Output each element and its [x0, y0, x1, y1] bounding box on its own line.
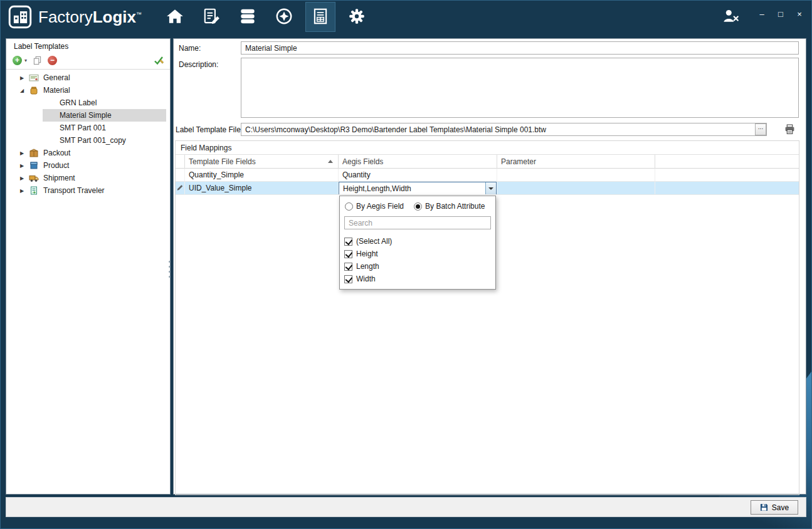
close-button[interactable]: × [795, 10, 804, 18]
brand-title: FactoryLogix™ [38, 8, 142, 27]
factorylogix-logo-icon [8, 5, 32, 29]
name-input[interactable] [241, 41, 799, 55]
tree-item-material-simple[interactable]: Material Simple [43, 109, 166, 122]
product-category-icon [29, 160, 39, 170]
chevron-right-icon[interactable]: ▶ [20, 175, 29, 181]
option-width[interactable]: Width [344, 273, 491, 285]
save-button[interactable]: Save [751, 500, 798, 515]
table-row-uid-value-simple[interactable]: UID_Value_Simple Height,Length,Width [176, 182, 799, 195]
home-nav-button[interactable] [161, 3, 189, 31]
tree-item-label: Packout [43, 149, 70, 157]
parameter-cell[interactable] [497, 182, 655, 194]
print-icon[interactable] [784, 124, 795, 135]
tree-item-label: Shipment [43, 174, 75, 182]
tree-item-product[interactable]: ▶ Product [6, 159, 170, 172]
tree-item-label: GRN Label [60, 98, 97, 107]
tree-item-label: General [43, 73, 70, 82]
window-controls: – □ × [757, 10, 804, 24]
option-select-all[interactable]: (Select All) [344, 235, 491, 248]
radio-checked-icon [414, 202, 422, 211]
maximize-button[interactable]: □ [776, 10, 785, 18]
tree-item-shipment[interactable]: ▶ Shipment [6, 172, 170, 184]
chevron-expanded-icon[interactable]: ◢ [20, 88, 29, 93]
tree-item-transport-traveler[interactable]: ▶ Transport Traveler [6, 184, 170, 197]
checkbox-checked-icon [344, 263, 352, 271]
column-header-template-file-fields[interactable]: Template File Fields [185, 155, 339, 169]
home-icon [166, 7, 184, 28]
checkbox-checked-icon [344, 250, 352, 258]
validate-check-button[interactable] [154, 55, 164, 65]
save-disk-icon [760, 503, 768, 511]
save-label: Save [772, 503, 789, 512]
edit-pencil-icon [176, 184, 184, 193]
aegis-field-cell: Height,Length,Width [339, 182, 497, 194]
delete-template-button[interactable]: − [48, 56, 57, 65]
tree-item-general[interactable]: ▶ General [6, 71, 170, 84]
combobox-value: Height,Length,Width [339, 182, 485, 194]
label-template-file-input[interactable] [241, 123, 767, 136]
template-field-cell[interactable]: UID_Value_Simple [185, 182, 339, 194]
column-header-aegis-fields[interactable]: Aegis Fields [339, 155, 497, 169]
label-templates-nav-button[interactable] [306, 3, 335, 31]
browse-file-button[interactable]: ... [755, 123, 766, 135]
blank-cell [655, 169, 799, 181]
description-input[interactable] [241, 58, 799, 118]
tree-item-label: Material [43, 86, 70, 95]
materials-nav-button[interactable] [233, 3, 262, 31]
material-category-icon [29, 85, 39, 95]
row-selector-cell [176, 169, 185, 181]
stack-icon [238, 7, 257, 28]
sort-ascending-icon [328, 160, 333, 163]
titlebar: FactoryLogix™ [1, 1, 811, 33]
user-logout-icon[interactable] [722, 8, 740, 26]
titlebar-right: – □ × [722, 8, 804, 26]
label-template-file-label: Label Template File: [176, 125, 243, 134]
column-header-blank [655, 155, 799, 169]
search-input[interactable] [344, 216, 491, 229]
compass-icon [275, 7, 293, 28]
copy-template-button[interactable] [33, 56, 42, 65]
splitter-grip-icon [169, 261, 171, 278]
chevron-right-icon[interactable]: ▶ [20, 150, 29, 156]
aegis-fields-dropdown-popup: By Aegis Field By Batch Attribute (Selec… [339, 196, 496, 290]
label-templates-panel: Label Templates + ▾ − ▶ [6, 38, 171, 495]
packout-category-icon [29, 148, 39, 158]
aegis-fields-combobox[interactable]: Height,Length,Width [339, 182, 497, 194]
column-header-parameter[interactable]: Parameter [497, 155, 655, 169]
add-template-button[interactable]: + [13, 56, 22, 65]
tree-item-label: SMT Part 001 [60, 123, 106, 132]
table-row-quantity-simple[interactable]: Quantity_Simple Quantity [176, 169, 799, 182]
option-length[interactable]: Length [344, 260, 491, 273]
tree-item-label: Transport Traveler [43, 186, 105, 195]
name-label: Name: [179, 44, 201, 53]
chevron-right-icon[interactable]: ▶ [20, 163, 29, 169]
tree-item-grn-label[interactable]: GRN Label [43, 97, 166, 109]
tracking-nav-button[interactable] [270, 3, 298, 31]
chevron-right-icon[interactable]: ▶ [20, 75, 29, 81]
label-document-icon [311, 7, 330, 28]
checkbox-checked-icon [344, 275, 352, 283]
minimize-button[interactable]: – [757, 10, 766, 18]
combobox-dropdown-button[interactable] [485, 182, 496, 194]
radio-by-batch-attribute[interactable]: By Batch Attribute [414, 202, 485, 211]
add-dropdown-caret-icon[interactable]: ▾ [24, 58, 27, 63]
radio-unchecked-icon [345, 202, 353, 211]
shipment-truck-icon [29, 173, 39, 183]
option-height[interactable]: Height [344, 248, 491, 260]
radio-by-aegis-field[interactable]: By Aegis Field [345, 202, 404, 211]
template-field-cell[interactable]: Quantity_Simple [185, 169, 339, 181]
attribute-checklist: (Select All) Height Length Width [340, 235, 495, 285]
tree-item-packout[interactable]: ▶ Packout [6, 147, 170, 159]
tree-item-material[interactable]: ◢ Material [6, 84, 170, 97]
tree-item-smt-part-001[interactable]: SMT Part 001 [43, 122, 166, 134]
tree-toolbar: + ▾ − [6, 53, 170, 70]
parameter-cell[interactable] [497, 169, 655, 181]
work-instructions-nav-button[interactable] [197, 3, 226, 31]
aegis-field-cell[interactable]: Quantity [339, 169, 497, 181]
settings-nav-button[interactable] [342, 3, 371, 31]
tree-item-smt-part-001-copy[interactable]: SMT Part 001_copy [43, 134, 166, 147]
field-mappings-title: Field Mappings [176, 141, 799, 155]
chevron-right-icon[interactable]: ▶ [20, 188, 29, 194]
tree-item-label: Product [43, 161, 69, 170]
tree-item-label: SMT Part 001_copy [60, 136, 126, 145]
